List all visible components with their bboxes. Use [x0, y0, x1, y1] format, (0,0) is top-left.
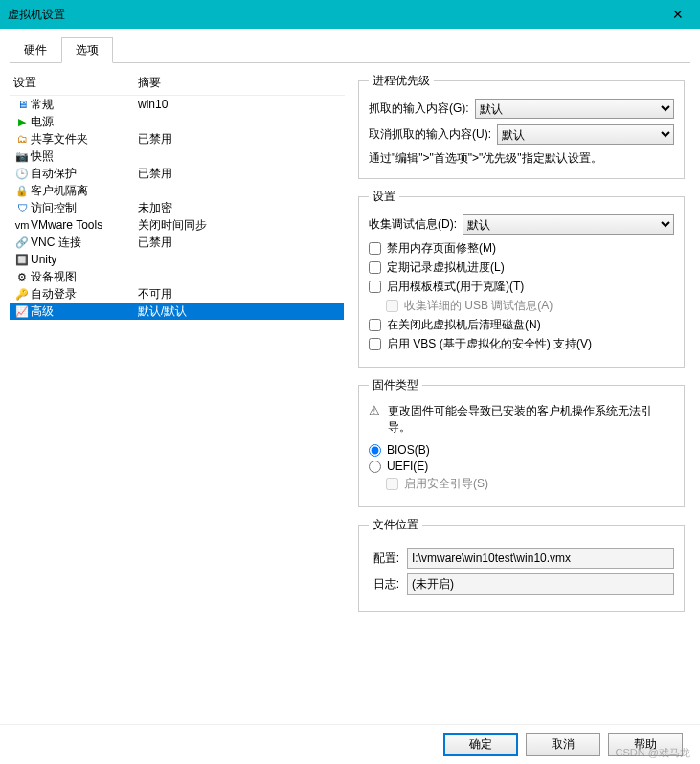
list-item-summary: 不可用	[138, 286, 172, 303]
list-item-icon: ▶	[13, 116, 31, 128]
list-item-name: VNC 连接	[31, 235, 138, 251]
dialog-footer: 确定 取消 帮助 CSDN @戏马龙	[0, 724, 700, 764]
chk-secure-boot	[386, 478, 398, 490]
group-file-location: 文件位置 配置: 日志:	[358, 517, 685, 612]
list-item-icon: 🔑	[13, 288, 31, 301]
list-item-summary: 已禁用	[138, 235, 172, 251]
radio-bios-label: BIOS(B)	[387, 443, 430, 457]
radio-uefi[interactable]	[369, 461, 381, 473]
list-item-name: Unity	[31, 253, 138, 266]
chk-mem-trim[interactable]	[369, 242, 381, 255]
list-item-summary: 已禁用	[138, 166, 172, 182]
list-item-icon: ⚙	[13, 271, 31, 283]
group-settings-legend: 设置	[369, 189, 399, 205]
close-icon[interactable]: ✕	[664, 7, 692, 22]
list-item-summary: 默认/默认	[138, 303, 187, 320]
help-button[interactable]: 帮助	[608, 733, 683, 756]
list-item-icon: 📈	[13, 305, 31, 318]
list-item-name: 共享文件夹	[31, 131, 138, 147]
priority-note: 通过"编辑">"首选项">"优先级"指定默认设置。	[369, 150, 674, 167]
list-item-name: 高级	[31, 303, 138, 320]
list-item[interactable]: 🖥常规win10	[10, 96, 344, 113]
chk-mem-trim-label: 禁用内存页面修整(M)	[387, 240, 496, 257]
input-config-path[interactable]	[407, 548, 674, 569]
group-priority-legend: 进程优先级	[369, 73, 434, 89]
list-item-name: 常规	[31, 97, 138, 113]
chk-vbs-label: 启用 VBS (基于虚拟化的安全性) 支持(V)	[387, 336, 592, 352]
select-ungrabbed[interactable]: 默认	[497, 124, 674, 145]
list-item[interactable]: 🔑自动登录不可用	[10, 285, 344, 303]
radio-bios[interactable]	[369, 444, 381, 457]
list-item[interactable]: ▶电源	[10, 113, 344, 130]
list-item-icon: 🔒	[13, 185, 31, 197]
label-grabbed: 抓取的输入内容(G):	[369, 101, 469, 117]
chk-clean-disk[interactable]	[369, 319, 381, 331]
select-grabbed[interactable]: 默认	[475, 99, 674, 119]
list-item-summary: 已禁用	[138, 131, 172, 147]
list-header-summary: 摘要	[138, 75, 161, 91]
list-item-name: 客户机隔离	[31, 183, 138, 199]
list-item[interactable]: 📷快照	[10, 147, 344, 165]
group-firmware-legend: 固件类型	[369, 377, 422, 393]
list-item[interactable]: 📈高级默认/默认	[10, 303, 344, 320]
chk-usb-debug	[386, 300, 398, 312]
list-item-name: VMware Tools	[31, 218, 138, 232]
list-item[interactable]: 🔗VNC 连接已禁用	[10, 234, 344, 251]
tab-options[interactable]: 选项	[61, 37, 113, 63]
group-priority: 进程优先级 抓取的输入内容(G): 默认 取消抓取的输入内容(U): 默认 通过…	[358, 73, 685, 179]
list-item[interactable]: 🗂共享文件夹已禁用	[10, 130, 344, 147]
list-item[interactable]: 🕒自动保护已禁用	[10, 165, 344, 182]
list-item-icon: 🛡	[13, 202, 31, 213]
tab-hardware[interactable]: 硬件	[10, 37, 61, 63]
chk-log-progress-label: 定期记录虚拟机进度(L)	[387, 259, 505, 276]
window-title: 虚拟机设置	[8, 7, 664, 23]
label-log: 日志:	[369, 576, 399, 593]
group-settings: 设置 收集调试信息(D): 默认 禁用内存页面修整(M) 定期记录虚拟机进度(L…	[358, 189, 685, 368]
list-item-name: 设备视图	[31, 269, 138, 285]
chk-secure-boot-label: 启用安全引导(S)	[404, 476, 488, 492]
label-debug: 收集调试信息(D):	[369, 216, 457, 233]
settings-list: 设置 摘要 🖥常规win10▶电源🗂共享文件夹已禁用📷快照🕒自动保护已禁用🔒客户…	[10, 73, 345, 724]
list-item-summary: 关闭时间同步	[138, 217, 207, 234]
list-item[interactable]: 🛡访问控制未加密	[10, 199, 344, 216]
chk-vbs[interactable]	[369, 338, 381, 350]
list-item-icon: 🕒	[13, 168, 31, 180]
chk-clean-disk-label: 在关闭此虚拟机后清理磁盘(N)	[387, 317, 541, 333]
list-item-name: 访问控制	[31, 200, 138, 216]
list-item-icon: 🗂	[13, 133, 31, 145]
chk-log-progress[interactable]	[369, 261, 381, 274]
list-item-icon: 🖥	[13, 99, 31, 110]
warning-icon: ⚠	[369, 403, 380, 417]
list-item-icon: 📷	[13, 150, 31, 163]
list-item-name: 自动保护	[31, 166, 138, 182]
cancel-button[interactable]: 取消	[526, 733, 600, 756]
list-header: 设置 摘要	[10, 73, 345, 96]
select-debug[interactable]: 默认	[463, 214, 674, 235]
tab-strip: 硬件 选项	[10, 36, 690, 63]
list-item-icon: 🔲	[13, 254, 31, 266]
list-item-summary: 未加密	[138, 200, 172, 216]
firmware-warning: 更改固件可能会导致已安装的客户机操作系统无法引导。	[388, 403, 674, 436]
radio-uefi-label: UEFI(E)	[387, 460, 428, 473]
title-bar: 虚拟机设置 ✕	[0, 0, 700, 29]
list-item-summary: win10	[138, 98, 168, 111]
list-item[interactable]: vmVMware Tools关闭时间同步	[10, 216, 344, 234]
chk-template-mode-label: 启用模板模式(用于克隆)(T)	[387, 279, 524, 295]
label-config: 配置:	[369, 551, 399, 567]
list-item[interactable]: ⚙设备视图	[10, 268, 344, 285]
list-item[interactable]: 🔲Unity	[10, 251, 344, 268]
group-firmware: 固件类型 ⚠ 更改固件可能会导致已安装的客户机操作系统无法引导。 BIOS(B)…	[358, 377, 685, 507]
chk-template-mode[interactable]	[369, 281, 381, 293]
list-item-name: 自动登录	[31, 286, 138, 303]
group-file-location-legend: 文件位置	[369, 517, 422, 533]
list-item-name: 快照	[31, 148, 138, 165]
label-ungrabbed: 取消抓取的输入内容(U):	[369, 126, 491, 143]
list-header-settings: 设置	[13, 75, 138, 91]
ok-button[interactable]: 确定	[443, 733, 518, 756]
list-item-icon: vm	[13, 219, 31, 231]
list-item[interactable]: 🔒客户机隔离	[10, 182, 344, 199]
input-log-path[interactable]	[407, 573, 674, 595]
list-item-name: 电源	[31, 114, 138, 130]
chk-usb-debug-label: 收集详细的 USB 调试信息(A)	[404, 298, 553, 314]
list-item-icon: 🔗	[13, 236, 31, 249]
